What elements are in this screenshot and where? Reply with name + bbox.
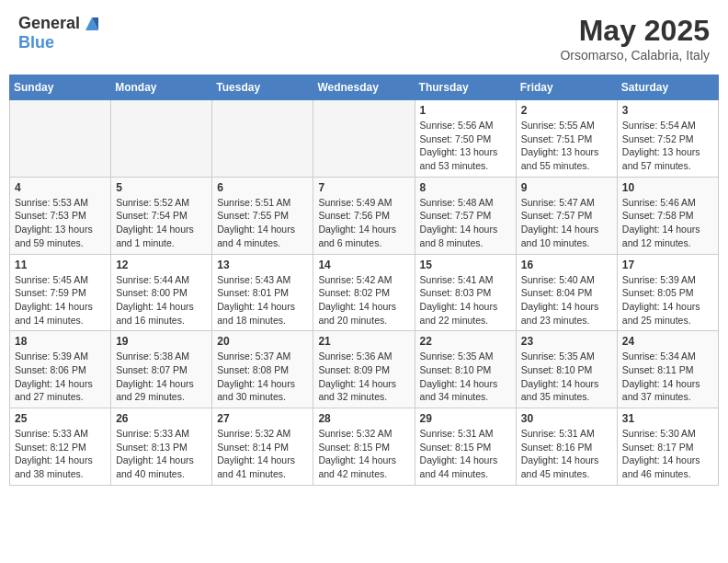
day-info: Sunrise: 5:46 AMSunset: 7:58 PMDaylight:…: [622, 196, 713, 250]
day-number: 17: [622, 259, 713, 271]
week-row-1: 1Sunrise: 5:56 AMSunset: 7:50 PMDaylight…: [10, 100, 719, 178]
day-cell: 10Sunrise: 5:46 AMSunset: 7:58 PMDayligh…: [617, 177, 718, 254]
day-info: Sunrise: 5:40 AMSunset: 8:04 PMDaylight:…: [521, 273, 612, 327]
day-cell: 22Sunrise: 5:35 AMSunset: 8:10 PMDayligh…: [415, 331, 516, 408]
page-header: General Blue May 2025 Orsomarso, Calabri…: [9, 9, 719, 67]
day-number: 30: [521, 412, 612, 425]
day-info: Sunrise: 5:47 AMSunset: 7:57 PMDaylight:…: [521, 196, 612, 250]
day-number: 18: [15, 335, 106, 348]
week-row-5: 25Sunrise: 5:33 AMSunset: 8:12 PMDayligh…: [10, 408, 719, 486]
day-cell: 15Sunrise: 5:41 AMSunset: 8:03 PMDayligh…: [415, 254, 516, 331]
day-cell: 2Sunrise: 5:55 AMSunset: 7:51 PMDaylight…: [516, 100, 617, 178]
day-cell: 11Sunrise: 5:45 AMSunset: 7:59 PMDayligh…: [10, 254, 111, 331]
day-cell: 17Sunrise: 5:39 AMSunset: 8:05 PMDayligh…: [617, 254, 718, 331]
day-info: Sunrise: 5:32 AMSunset: 8:14 PMDaylight:…: [217, 427, 308, 481]
day-number: 4: [15, 181, 106, 194]
day-cell: 23Sunrise: 5:35 AMSunset: 8:10 PMDayligh…: [516, 331, 617, 408]
day-number: 23: [521, 335, 612, 348]
day-cell: [212, 100, 313, 178]
day-info: Sunrise: 5:49 AMSunset: 7:56 PMDaylight:…: [318, 196, 409, 250]
weekday-header-row: SundayMondayTuesdayWednesdayThursdayFrid…: [10, 75, 719, 100]
weekday-saturday: Saturday: [617, 75, 718, 100]
day-cell: 18Sunrise: 5:39 AMSunset: 8:06 PMDayligh…: [10, 331, 111, 408]
day-cell: 27Sunrise: 5:32 AMSunset: 8:14 PMDayligh…: [212, 408, 313, 486]
day-cell: 12Sunrise: 5:44 AMSunset: 8:00 PMDayligh…: [111, 254, 212, 331]
day-info: Sunrise: 5:31 AMSunset: 8:16 PMDaylight:…: [521, 427, 612, 481]
day-info: Sunrise: 5:39 AMSunset: 8:05 PMDaylight:…: [622, 273, 713, 327]
day-cell: 31Sunrise: 5:30 AMSunset: 8:17 PMDayligh…: [617, 408, 718, 486]
day-cell: 6Sunrise: 5:51 AMSunset: 7:55 PMDaylight…: [212, 177, 313, 254]
logo-icon: [82, 14, 102, 34]
logo-blue: Blue: [18, 34, 102, 52]
day-number: 10: [622, 181, 713, 194]
day-cell: 14Sunrise: 5:42 AMSunset: 8:02 PMDayligh…: [313, 254, 415, 331]
weekday-thursday: Thursday: [415, 75, 516, 100]
day-number: 24: [622, 335, 713, 348]
day-info: Sunrise: 5:31 AMSunset: 8:15 PMDaylight:…: [420, 427, 511, 481]
day-info: Sunrise: 5:35 AMSunset: 8:10 PMDaylight:…: [521, 350, 612, 404]
weekday-monday: Monday: [111, 75, 212, 100]
day-number: 26: [116, 412, 207, 425]
day-info: Sunrise: 5:45 AMSunset: 7:59 PMDaylight:…: [15, 273, 106, 327]
day-number: 12: [116, 259, 207, 271]
day-number: 16: [521, 259, 612, 271]
logo: General Blue: [18, 14, 102, 52]
day-info: Sunrise: 5:36 AMSunset: 8:09 PMDaylight:…: [318, 350, 409, 404]
day-info: Sunrise: 5:32 AMSunset: 8:15 PMDaylight:…: [318, 427, 409, 481]
day-number: 11: [15, 259, 106, 271]
day-cell: 8Sunrise: 5:48 AMSunset: 7:57 PMDaylight…: [415, 177, 516, 254]
day-info: Sunrise: 5:34 AMSunset: 8:11 PMDaylight:…: [622, 350, 713, 404]
day-cell: 30Sunrise: 5:31 AMSunset: 8:16 PMDayligh…: [516, 408, 617, 486]
location-title: Orsomarso, Calabria, Italy: [560, 48, 710, 63]
day-number: 22: [420, 335, 511, 348]
day-number: 28: [318, 412, 409, 425]
day-number: 5: [116, 181, 207, 194]
day-number: 7: [318, 181, 409, 194]
day-cell: 24Sunrise: 5:34 AMSunset: 8:11 PMDayligh…: [617, 331, 718, 408]
day-info: Sunrise: 5:56 AMSunset: 7:50 PMDaylight:…: [420, 119, 511, 173]
day-number: 13: [217, 259, 308, 271]
day-number: 21: [318, 335, 409, 348]
day-number: 25: [15, 412, 106, 425]
day-cell: 21Sunrise: 5:36 AMSunset: 8:09 PMDayligh…: [313, 331, 415, 408]
weekday-wednesday: Wednesday: [313, 75, 415, 100]
day-info: Sunrise: 5:43 AMSunset: 8:01 PMDaylight:…: [217, 273, 308, 327]
day-info: Sunrise: 5:51 AMSunset: 7:55 PMDaylight:…: [217, 196, 308, 250]
day-cell: 13Sunrise: 5:43 AMSunset: 8:01 PMDayligh…: [212, 254, 313, 331]
title-block: May 2025 Orsomarso, Calabria, Italy: [560, 14, 710, 63]
day-cell: [10, 100, 111, 178]
week-row-2: 4Sunrise: 5:53 AMSunset: 7:53 PMDaylight…: [10, 177, 719, 254]
day-number: 29: [420, 412, 511, 425]
day-cell: 26Sunrise: 5:33 AMSunset: 8:13 PMDayligh…: [111, 408, 212, 486]
logo-general: General: [18, 15, 80, 33]
day-info: Sunrise: 5:39 AMSunset: 8:06 PMDaylight:…: [15, 350, 106, 404]
day-info: Sunrise: 5:33 AMSunset: 8:13 PMDaylight:…: [116, 427, 207, 481]
day-number: 20: [217, 335, 308, 348]
day-cell: 7Sunrise: 5:49 AMSunset: 7:56 PMDaylight…: [313, 177, 415, 254]
day-info: Sunrise: 5:48 AMSunset: 7:57 PMDaylight:…: [420, 196, 511, 250]
day-info: Sunrise: 5:53 AMSunset: 7:53 PMDaylight:…: [15, 196, 106, 250]
day-info: Sunrise: 5:41 AMSunset: 8:03 PMDaylight:…: [420, 273, 511, 327]
day-number: 1: [420, 104, 511, 117]
day-info: Sunrise: 5:54 AMSunset: 7:52 PMDaylight:…: [622, 119, 713, 173]
day-cell: [313, 100, 415, 178]
weekday-friday: Friday: [516, 75, 617, 100]
day-cell: 16Sunrise: 5:40 AMSunset: 8:04 PMDayligh…: [516, 254, 617, 331]
weekday-sunday: Sunday: [10, 75, 111, 100]
day-cell: 9Sunrise: 5:47 AMSunset: 7:57 PMDaylight…: [516, 177, 617, 254]
day-info: Sunrise: 5:55 AMSunset: 7:51 PMDaylight:…: [521, 119, 612, 173]
day-number: 3: [622, 104, 713, 117]
day-info: Sunrise: 5:38 AMSunset: 8:07 PMDaylight:…: [116, 350, 207, 404]
calendar-table: SundayMondayTuesdayWednesdayThursdayFrid…: [9, 75, 719, 486]
day-number: 2: [521, 104, 612, 117]
day-cell: 5Sunrise: 5:52 AMSunset: 7:54 PMDaylight…: [111, 177, 212, 254]
day-cell: 3Sunrise: 5:54 AMSunset: 7:52 PMDaylight…: [617, 100, 718, 178]
day-number: 19: [116, 335, 207, 348]
day-info: Sunrise: 5:35 AMSunset: 8:10 PMDaylight:…: [420, 350, 511, 404]
weekday-tuesday: Tuesday: [212, 75, 313, 100]
day-number: 8: [420, 181, 511, 194]
day-number: 14: [318, 259, 409, 271]
day-info: Sunrise: 5:33 AMSunset: 8:12 PMDaylight:…: [15, 427, 106, 481]
day-info: Sunrise: 5:52 AMSunset: 7:54 PMDaylight:…: [116, 196, 207, 250]
day-cell: [111, 100, 212, 178]
